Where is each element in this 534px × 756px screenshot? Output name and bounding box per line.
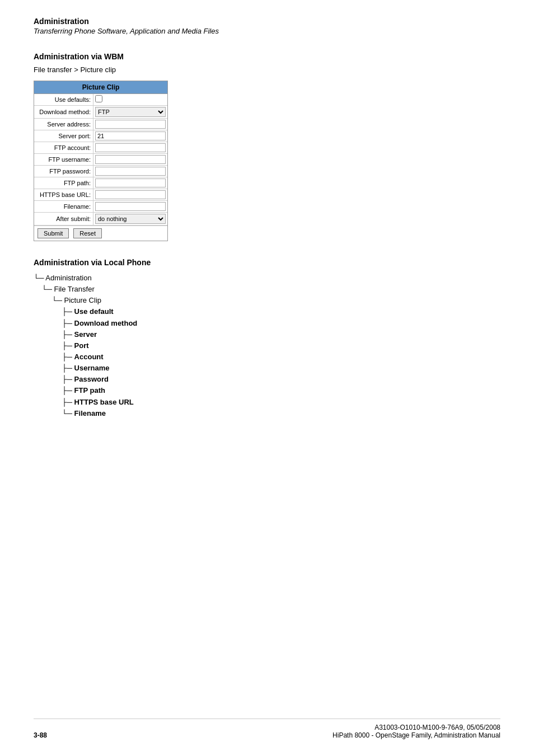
ftp-path-input[interactable] [95, 179, 166, 187]
use-defaults-checkbox[interactable] [95, 95, 102, 102]
footer-doc-title: HiPath 8000 - OpenStage Family, Administ… [332, 731, 500, 739]
ftp-account-row: FTP account: [34, 142, 167, 154]
tree-port-line: ├─ Port [34, 340, 500, 351]
footer-page-number: 3-88 [34, 731, 47, 739]
ftp-account-input[interactable] [95, 143, 166, 152]
ftp-path-row: FTP path: [34, 177, 167, 189]
page-subtitle: Transferring Phone Software, Application… [34, 27, 500, 35]
wbm-section: Administration via WBM File transfer > P… [34, 52, 500, 241]
https-url-row: HTTPS base URL: [34, 189, 167, 201]
server-address-cell [93, 119, 167, 130]
use-defaults-cell [93, 94, 167, 105]
form-header: Picture Clip [34, 81, 167, 94]
tree-username-line: ├─ Username [34, 363, 500, 374]
use-defaults-label: Use defaults: [34, 95, 93, 104]
tree-root-line: └─ Administration [34, 273, 500, 284]
filename-row: Filename: [34, 201, 167, 213]
download-method-label: Download method: [34, 107, 93, 116]
tree-download-method-line: ├─ Download method [34, 318, 500, 329]
footer-doc-id: A31003-O1010-M100-9-76A9, 05/05/2008 [332, 724, 500, 731]
download-method-row: Download method: FTP HTTPS [34, 106, 167, 119]
server-port-input[interactable] [95, 132, 166, 140]
wbm-section-title: Administration via WBM [34, 52, 500, 61]
use-defaults-row: Use defaults: [34, 94, 167, 106]
https-url-label: HTTPS base URL: [34, 190, 93, 199]
tree-account-line: ├─ Account [34, 351, 500, 363]
https-url-input[interactable] [95, 190, 166, 199]
tree-password-line: ├─ Password [34, 374, 500, 385]
tree-use-default-line: ├─ Use default [34, 306, 500, 317]
server-port-cell [93, 130, 167, 142]
tree-ftp-path-line: ├─ FTP path [34, 385, 500, 396]
server-address-input[interactable] [95, 120, 166, 129]
filename-label: Filename: [34, 202, 93, 211]
reset-button[interactable]: Reset [73, 228, 102, 238]
ftp-account-cell [93, 142, 167, 153]
local-phone-section-title: Administration via Local Phone [34, 258, 500, 267]
ftp-path-label: FTP path: [34, 179, 93, 187]
tree-filename-line: └─ Filename [34, 408, 500, 419]
https-url-cell [93, 189, 167, 200]
ftp-password-row: FTP password: [34, 166, 167, 177]
ftp-username-input[interactable] [95, 155, 166, 164]
after-submit-label: After submit: [34, 214, 93, 223]
ftp-account-label: FTP account: [34, 143, 93, 152]
ftp-password-label: FTP password: [34, 167, 93, 176]
page-title: Administration [34, 17, 500, 26]
ftp-password-input[interactable] [95, 167, 166, 176]
filename-cell [93, 201, 167, 212]
tree-server-line: ├─ Server [34, 329, 500, 340]
ftp-username-row: FTP username: [34, 154, 167, 166]
server-address-row: Server address: [34, 119, 167, 130]
page-header: Administration Transferring Phone Softwa… [34, 17, 500, 35]
after-submit-row: After submit: do nothing restart [34, 213, 167, 226]
ftp-username-cell [93, 154, 167, 165]
tree-https-url-line: ├─ HTTPS base URL [34, 397, 500, 408]
tree-file-transfer-line: └─ File Transfer [34, 284, 500, 295]
server-port-row: Server port: [34, 130, 167, 142]
ftp-path-cell [93, 177, 167, 189]
submit-button[interactable]: Submit [38, 228, 69, 238]
tree-picture-clip-line: └─ Picture Clip [34, 295, 500, 306]
after-submit-select[interactable]: do nothing restart [95, 214, 166, 224]
local-phone-section: Administration via Local Phone └─ Admini… [34, 258, 500, 419]
page-footer: 3-88 A31003-O1010-M100-9-76A9, 05/05/200… [34, 719, 500, 739]
server-port-label: Server port: [34, 132, 93, 140]
form-buttons: Submit Reset [34, 226, 167, 241]
footer-right: A31003-O1010-M100-9-76A9, 05/05/2008 HiP… [332, 724, 500, 739]
breadcrumb: File transfer > Picture clip [34, 65, 500, 74]
server-address-label: Server address: [34, 120, 93, 129]
after-submit-cell: do nothing restart [93, 213, 167, 225]
download-method-cell: FTP HTTPS [93, 106, 167, 118]
picture-clip-form: Picture Clip Use defaults: Download meth… [34, 81, 168, 241]
ftp-username-label: FTP username: [34, 155, 93, 164]
filename-input[interactable] [95, 202, 166, 211]
download-method-select[interactable]: FTP HTTPS [95, 107, 166, 117]
ftp-password-cell [93, 166, 167, 177]
tree-section: └─ Administration └─ File Transfer └─ Pi… [34, 273, 500, 419]
